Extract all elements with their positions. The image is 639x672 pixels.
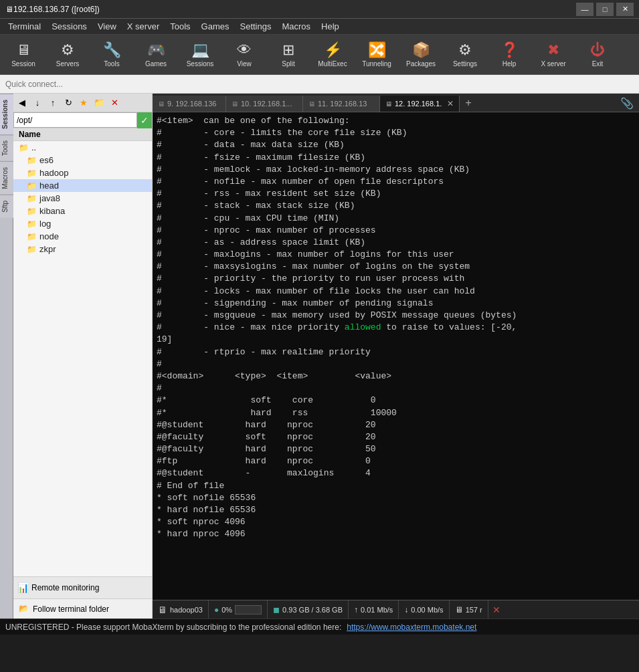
nav-up-button[interactable]: ↑ (45, 96, 60, 110)
path-go-button[interactable]: ✓ (137, 112, 152, 128)
menu-view[interactable]: View (92, 20, 122, 33)
terminal-line: # - fsize - maximum filesize (KB) (157, 152, 635, 164)
tab-10-icon: 🖥 (232, 100, 238, 108)
follow-folder-label: Follow terminal folder (33, 604, 109, 614)
terminal-display[interactable]: #<item> can be one of the following: # -… (153, 112, 639, 600)
tab-12-close[interactable]: ✕ (447, 99, 454, 108)
terminal-line: # - nice - max nice priority allowed to … (157, 322, 635, 334)
tunneling-icon: 🔀 (368, 41, 386, 59)
file-item-node[interactable]: 📁 node (13, 230, 152, 243)
file-item-es6[interactable]: 📁 es6 (13, 154, 152, 166)
status-close[interactable]: ✕ (488, 604, 505, 615)
tab-attach[interactable]: 📎 (615, 96, 639, 112)
hadoop-folder-icon: 📁 (27, 169, 37, 178)
status-hostname: 🖥 hadoop03 (153, 600, 209, 619)
games-icon: 🎮 (147, 41, 165, 59)
toolbar-games[interactable]: 🎮 Games (135, 37, 177, 73)
help-icon: ❓ (500, 41, 519, 59)
unregistered-link[interactable]: https://www.mobaxterm.mobatek.net (347, 623, 476, 632)
terminal-line: #* soft core 0 (157, 395, 635, 407)
close-panel-button[interactable]: ✕ (107, 96, 122, 110)
terminal-line: * soft nproc 4096 (157, 516, 635, 528)
toolbar-servers[interactable]: ⚙ Servers (47, 37, 88, 73)
terminal-line: # - rss - max resident set size (KB) (157, 188, 635, 200)
toolbar-exit[interactable]: ⏻ Exit (577, 37, 618, 73)
menu-settings[interactable]: Settings (235, 20, 277, 33)
menu-help[interactable]: Help (316, 20, 345, 33)
exit-icon: ⏻ (590, 41, 605, 59)
follow-terminal-folder-button[interactable]: 📂 Follow terminal folder (13, 598, 152, 619)
menu-macros[interactable]: Macros (276, 20, 316, 33)
cpu-bar (235, 605, 262, 614)
terminal-line: # - memlock - max locked-in-memory addre… (157, 164, 635, 176)
close-button[interactable]: ✕ (616, 3, 634, 16)
remote-monitoring-button[interactable]: 📊 Remote monitoring (13, 577, 152, 598)
file-item-zkpr[interactable]: 📁 zkpr (13, 243, 152, 255)
terminal-line: #ftp hard nproc 0 (157, 455, 635, 467)
tab-add-button[interactable]: + (460, 96, 477, 112)
toolbar-tunneling[interactable]: 🔀 Tunneling (356, 37, 397, 73)
toolbar-help[interactable]: ❓ Help (488, 37, 530, 73)
tab-12-label: 12. 192.168.1. (395, 100, 442, 108)
maximize-button[interactable]: □ (596, 3, 614, 16)
menu-terminal[interactable]: Terminal (3, 20, 46, 33)
toolbar-sessions[interactable]: 💻 Sessions (179, 37, 221, 73)
toolbar-session[interactable]: 🖥 Session (3, 37, 44, 73)
terminal-line: # (157, 382, 635, 395)
terminal-line: # - priority - the priority to run user … (157, 273, 635, 285)
terminal-line: # - stack - max stack size (KB) (157, 200, 635, 212)
upload-label: 0.01 Mb/s (361, 606, 393, 614)
zkpr-folder-icon: 📁 (27, 245, 37, 254)
file-item-log[interactable]: 📁 log (13, 217, 152, 230)
menu-tools[interactable]: Tools (165, 20, 195, 33)
tab-9[interactable]: 🖥 9. 192.168.136 (153, 96, 226, 112)
file-item-java8[interactable]: 📁 java8 (13, 192, 152, 205)
terminal-line: * soft nofile 65536 (157, 492, 635, 504)
quick-connect-input[interactable] (0, 75, 639, 93)
tab-12[interactable]: 🖥 12. 192.168.1. ✕ (380, 96, 460, 112)
hostname-label: hadoop03 (170, 606, 203, 614)
vtab-sftp[interactable]: Sftp (0, 195, 13, 218)
toolbar-xserver[interactable]: ✖ X server (533, 37, 574, 73)
file-item-head[interactable]: 📁 head (13, 179, 152, 192)
minimize-button[interactable]: — (576, 3, 594, 16)
bookmark-button[interactable]: ★ (76, 96, 91, 110)
toolbar-settings[interactable]: ⚙ Settings (444, 37, 486, 73)
menu-xserver[interactable]: X server (122, 20, 165, 33)
toolbar-multiexec[interactable]: ⚡ MultiExec (312, 37, 353, 73)
newfolder-button[interactable]: 📁 (92, 96, 106, 110)
vtab-tools[interactable]: Tools (0, 134, 13, 161)
unregistered-bar: UNREGISTERED - Please support MobaXterm … (0, 619, 639, 635)
terminal-line: # - locks - max number of file locks the… (157, 286, 635, 298)
tab-11[interactable]: 🖥 11. 192.168.13 (303, 96, 380, 112)
quick-connect-bar (0, 75, 639, 94)
remote-monitor-icon: 📊 (17, 582, 29, 594)
refresh-button[interactable]: ↻ (61, 96, 76, 110)
file-item-dotdot[interactable]: 📁 .. (13, 141, 152, 154)
xserver-icon: ✖ (547, 41, 559, 59)
vtab-sessions[interactable]: Sessions (0, 94, 13, 134)
terminal-line: # - maxsyslogins - max number of logins … (157, 261, 635, 273)
menu-bar: Terminal Sessions View X server Tools Ga… (0, 19, 639, 35)
toolbar-session-label: Session (11, 60, 35, 68)
menu-games[interactable]: Games (196, 20, 235, 33)
nav-back-button[interactable]: ◀ (15, 96, 29, 110)
vtab-macros[interactable]: Macros (0, 161, 13, 195)
multiexec-icon: ⚡ (324, 41, 342, 59)
nav-down-button[interactable]: ↓ (30, 96, 45, 110)
window-title: 192.168.136.37 ([root6]) (13, 5, 576, 14)
file-item-kibana[interactable]: 📁 kibana (13, 205, 152, 217)
terminal-line: # - core - limits the core file size (KB… (157, 127, 635, 139)
node-folder-icon: 📁 (27, 232, 37, 241)
path-input[interactable] (13, 112, 137, 128)
toolbar-view[interactable]: 👁 View (223, 37, 265, 73)
toolbar-packages[interactable]: 📦 Packages (400, 37, 442, 73)
menu-sessions[interactable]: Sessions (46, 20, 92, 33)
toolbar-tools[interactable]: 🔧 Tools (91, 37, 132, 73)
toolbar-split[interactable]: ⊞ Split (268, 37, 309, 73)
terminal-line: #@student - maxlogins 4 (157, 467, 635, 479)
tab-10[interactable]: 🖥 10. 192.168.1... (226, 96, 303, 112)
terminal-line: #@faculty hard nproc 50 (157, 443, 635, 455)
servers-icon: ⚙ (61, 41, 74, 59)
file-item-hadoop[interactable]: 📁 hadoop (13, 166, 152, 179)
